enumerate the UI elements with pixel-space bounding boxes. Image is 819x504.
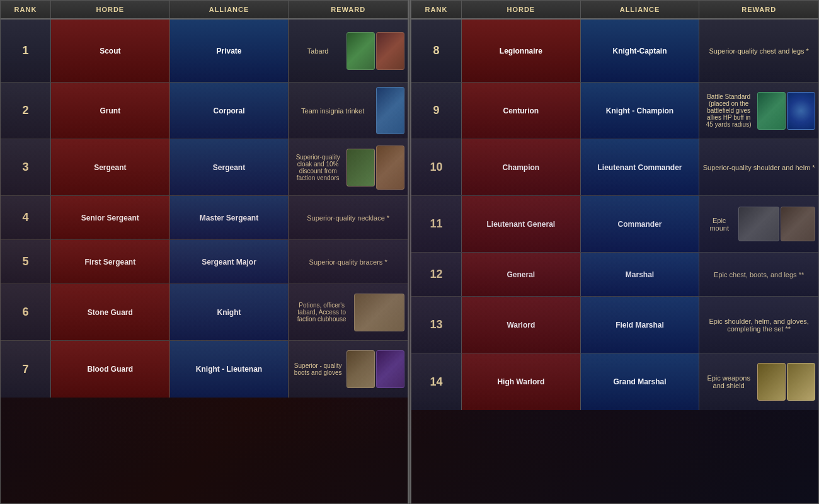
reward-cell: Epic shoulder, helm, and gloves, complet… <box>699 297 818 353</box>
alliance-cell: Field Marshal <box>581 297 700 353</box>
horde-cell: First Sergeant <box>51 240 170 284</box>
reward-cell: Epic chest, boots, and legs ** <box>699 253 818 296</box>
horde-cell: Scout <box>51 20 170 82</box>
horde-cell: Lieutenant General <box>462 196 581 252</box>
reward-images <box>346 350 404 388</box>
reward-images <box>346 146 404 190</box>
rank-cell: 3 <box>1 139 51 195</box>
reward-image-gold-armor1 <box>757 363 786 401</box>
rank-cell: 5 <box>1 240 51 284</box>
horde-cell: Champion <box>462 139 581 195</box>
reward-text: Superior - quality boots and gloves <box>292 362 344 376</box>
table-row: 3 Sergeant Sergeant Superior-quality clo… <box>1 139 408 196</box>
alliance-cell: Commander <box>581 196 700 252</box>
rank-cell: 13 <box>411 297 462 353</box>
reward-image-gold-armor2 <box>787 363 815 401</box>
table-row: 4 Senior Sergeant Master Sergeant Superi… <box>1 196 408 240</box>
horde-cell: Senior Sergeant <box>51 196 170 239</box>
main-container: RANK HORDE ALLIANCE REWARD 1 Scout Priva… <box>0 0 819 504</box>
table-row: 2 Grunt Corporal Team insignia trinket <box>1 83 408 139</box>
reward-images <box>738 207 815 241</box>
alliance-cell: Lieutenant Commander <box>581 139 700 195</box>
reward-text: Superior-quality necklace * <box>292 214 404 222</box>
right-reward-header: REWARD <box>699 1 818 18</box>
horde-cell: Legionnaire <box>462 20 581 82</box>
reward-image-mount2 <box>781 207 815 241</box>
alliance-cell: Corporal <box>170 83 289 139</box>
reward-cell: Superior-quality bracers * <box>289 240 408 284</box>
table-row: 5 First Sergeant Sergeant Major Superior… <box>1 240 408 284</box>
reward-text: Team insignia trinket <box>292 107 374 115</box>
reward-text: Superior-quality bracers * <box>292 258 404 266</box>
reward-image-blue-figure <box>376 87 404 134</box>
reward-cell: Epic weapons and shield <box>699 353 818 410</box>
table-row: 7 Blood Guard Knight - Lieutenan Superio… <box>1 341 408 398</box>
reward-text: Battle Standard (placed on the battlefie… <box>702 93 755 128</box>
left-header-row: RANK HORDE ALLIANCE REWARD <box>1 1 408 20</box>
rank-cell: 10 <box>411 139 462 195</box>
reward-cell: Superior - quality boots and gloves <box>289 341 408 398</box>
reward-text: Epic shoulder, helm, and gloves, complet… <box>702 318 815 333</box>
reward-image-red-armor <box>376 32 404 70</box>
left-alliance-header: ALLIANCE <box>170 1 289 18</box>
horde-cell: Stone Guard <box>51 284 170 340</box>
table-row: 11 Lieutenant General Commander Epic mou… <box>411 196 818 253</box>
reward-cell: Epic mount <box>699 196 818 252</box>
horde-cell: High Warlord <box>462 353 581 410</box>
reward-cell: Superior-quality necklace * <box>289 196 408 239</box>
rank-cell: 7 <box>1 341 51 398</box>
rank-cell: 6 <box>1 284 51 340</box>
horde-cell: Warlord <box>462 297 581 353</box>
rank-cell: 2 <box>1 83 51 139</box>
reward-cell: Potions, officer's tabard, Access to fac… <box>289 284 408 340</box>
right-table: RANK HORDE ALLIANCE REWARD 8 Legionnaire… <box>411 0 819 504</box>
reward-image-mount1 <box>738 207 779 241</box>
left-horde-header: HORDE <box>51 1 170 18</box>
alliance-cell: Knight - Champion <box>581 83 700 139</box>
reward-text: Superior-quality chest and legs * <box>702 47 815 55</box>
alliance-cell: Private <box>170 20 289 82</box>
table-row: 12 General Marshal Epic chest, boots, an… <box>411 253 818 297</box>
table-row: 1 Scout Private Tabard <box>1 20 408 83</box>
alliance-cell: Knight - Lieutenan <box>170 341 289 398</box>
reward-cell: Team insignia trinket <box>289 83 408 139</box>
reward-cell: Battle Standard (placed on the battlefie… <box>699 83 818 139</box>
reward-cell: Tabard <box>289 20 408 82</box>
reward-cell: Superior-quality chest and legs * <box>699 20 818 82</box>
alliance-cell: Sergeant <box>170 139 289 195</box>
right-rank-header: RANK <box>411 1 462 18</box>
table-row: 6 Stone Guard Knight Potions, officer's … <box>1 284 408 341</box>
alliance-cell: Grand Marshal <box>581 353 700 410</box>
table-row: 14 High Warlord Grand Marshal Epic weapo… <box>411 353 818 410</box>
reward-images <box>376 87 404 134</box>
reward-image-building <box>354 294 404 331</box>
rank-cell: 14 <box>411 353 462 410</box>
reward-images <box>354 294 404 331</box>
rank-cell: 8 <box>411 20 462 82</box>
horde-cell: Sergeant <box>51 139 170 195</box>
table-row: 8 Legionnaire Knight-Captain Superior-qu… <box>411 20 818 83</box>
alliance-cell: Sergeant Major <box>170 240 289 284</box>
left-reward-header: REWARD <box>289 1 408 18</box>
reward-text: Epic weapons and shield <box>702 374 755 389</box>
table-row: 9 Centurion Knight - Champion Battle Sta… <box>411 83 818 139</box>
table-row: 13 Warlord Field Marshal Epic shoulder, … <box>411 297 818 353</box>
reward-image-standard2 <box>787 92 815 130</box>
rank-cell: 9 <box>411 83 462 139</box>
reward-text: Superior-quality shoulder and helm * <box>702 164 815 171</box>
horde-cell: Grunt <box>51 83 170 139</box>
left-rank-header: RANK <box>1 1 51 18</box>
reward-image-purple <box>376 350 404 388</box>
left-table: RANK HORDE ALLIANCE REWARD 1 Scout Priva… <box>0 0 408 504</box>
reward-image-warrior <box>346 350 375 388</box>
alliance-cell: Knight <box>170 284 289 340</box>
horde-cell: General <box>462 253 581 296</box>
alliance-cell: Master Sergeant <box>170 196 289 239</box>
tables-wrapper: RANK HORDE ALLIANCE REWARD 1 Scout Priva… <box>0 0 819 504</box>
horde-cell: Blood Guard <box>51 341 170 398</box>
table-row: 10 Champion Lieutenant Commander Superio… <box>411 139 818 196</box>
reward-text: Epic chest, boots, and legs ** <box>702 271 815 278</box>
reward-image-green-armor <box>346 32 375 70</box>
reward-images <box>757 363 815 401</box>
alliance-cell: Knight-Captain <box>581 20 700 82</box>
